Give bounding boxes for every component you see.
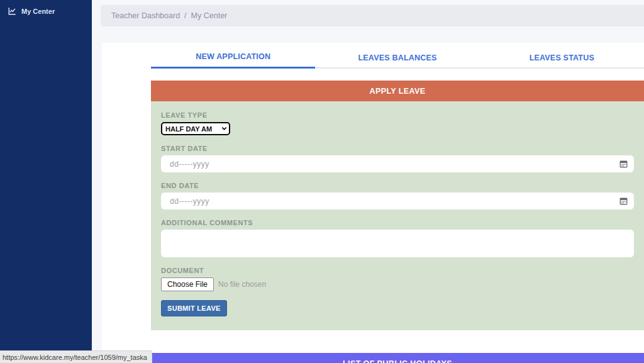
main-area: Teacher Dashboard / My Center NEW APPLIC…	[92, 0, 644, 363]
status-bar-url-text: https://www.kidcare.my/teacher/1059/my_t…	[3, 354, 147, 361]
public-holidays-header: LIST OF PUBLIC HOLIDAYS	[151, 353, 644, 363]
sidebar: My Center	[0, 0, 92, 363]
tab-bar: NEW APPLICATION LEAVES BALANCES LEAVES S…	[151, 47, 644, 69]
breadcrumb-item-teacher-dashboard[interactable]: Teacher Dashboard	[111, 11, 180, 20]
status-bar-url: https://www.kidcare.my/teacher/1059/my_t…	[0, 350, 152, 363]
choose-file-button[interactable]: Choose File	[161, 277, 214, 291]
breadcrumb: Teacher Dashboard / My Center	[101, 5, 644, 26]
calendar-icon[interactable]	[619, 197, 628, 205]
start-date-field: START DATE	[161, 145, 634, 172]
start-date-input[interactable]	[161, 155, 634, 172]
tab-label: LEAVES STATUS	[530, 53, 594, 62]
end-date-input[interactable]	[161, 193, 634, 209]
tab-label: LEAVES BALANCES	[358, 53, 436, 62]
breadcrumb-separator: /	[184, 11, 186, 20]
tab-leaves-status[interactable]: LEAVES STATUS	[480, 47, 644, 69]
leave-type-select[interactable]: HALF DAY AM	[161, 122, 230, 135]
comments-label: ADDITIONAL COMMENTS	[161, 219, 634, 226]
submit-leave-button[interactable]: SUBMIT LEAVE	[161, 300, 227, 316]
file-chosen-status: No file chosen	[218, 280, 266, 289]
tab-new-application[interactable]: NEW APPLICATION	[151, 47, 315, 69]
apply-leave-header: APPLY LEAVE	[151, 81, 644, 101]
chart-line-icon	[8, 7, 16, 15]
comments-textarea[interactable]	[161, 230, 634, 257]
tab-label: NEW APPLICATION	[196, 52, 270, 61]
breadcrumb-item-my-center: My Center	[191, 11, 228, 20]
start-date-label: START DATE	[161, 145, 634, 152]
document-label: DOCUMENT	[161, 267, 634, 274]
content-card: NEW APPLICATION LEAVES BALANCES LEAVES S…	[102, 43, 644, 363]
calendar-icon[interactable]	[619, 160, 628, 168]
apply-leave-form: LEAVE TYPE HALF DAY AM	[151, 101, 644, 330]
leave-type-label: LEAVE TYPE	[161, 111, 634, 119]
end-date-label: END DATE	[161, 182, 634, 189]
end-date-field: END DATE	[161, 182, 634, 209]
sidebar-item-label: My Center	[21, 8, 55, 15]
document-field: DOCUMENT Choose File No file chosen	[161, 267, 634, 291]
public-holidays-header-label: LIST OF PUBLIC HOLIDAYS	[343, 359, 452, 363]
sidebar-item-my-center[interactable]: My Center	[0, 0, 92, 22]
comments-field: ADDITIONAL COMMENTS	[161, 219, 634, 257]
apply-leave-header-label: APPLY LEAVE	[370, 87, 426, 96]
tab-leaves-balances[interactable]: LEAVES BALANCES	[315, 47, 479, 69]
apply-leave-panel: APPLY LEAVE LEAVE TYPE HALF DAY AM	[151, 81, 644, 330]
leave-type-field: LEAVE TYPE HALF DAY AM	[161, 111, 634, 135]
